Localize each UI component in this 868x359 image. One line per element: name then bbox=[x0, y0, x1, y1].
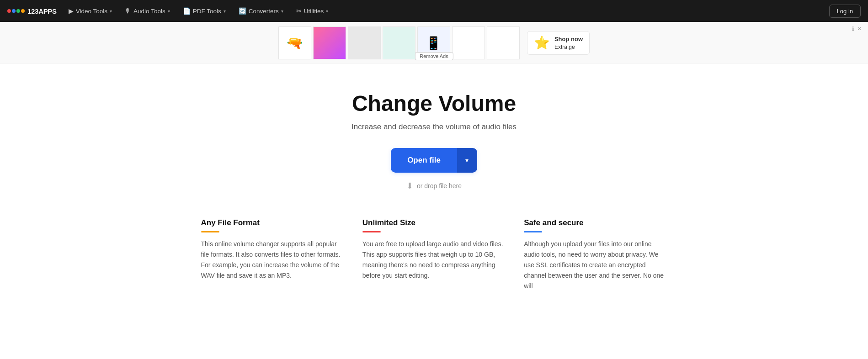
nav-item-utilities[interactable]: ✂ Utilities ▾ bbox=[292, 0, 333, 22]
nav-item-pdf-tools[interactable]: 📄 PDF Tools ▾ bbox=[178, 0, 230, 22]
drop-label: or drop file here bbox=[417, 182, 462, 190]
feature-underline-0 bbox=[201, 231, 219, 232]
video-tools-icon: ▶ bbox=[69, 7, 74, 15]
feature-title-1: Unlimited Size bbox=[362, 218, 506, 227]
open-file-button[interactable]: Open file bbox=[391, 148, 457, 173]
nav-label-audio-tools: Audio Tools bbox=[133, 8, 165, 15]
nav-item-video-tools[interactable]: ▶ Video Tools ▾ bbox=[64, 0, 117, 22]
audio-tools-icon: 🎙 bbox=[125, 7, 131, 15]
feature-underline-2 bbox=[524, 231, 542, 232]
page-title: Change Volume bbox=[352, 91, 516, 116]
open-file-dropdown-button[interactable]: ▾ bbox=[457, 148, 477, 173]
nav-label-converters: Converters bbox=[249, 8, 279, 15]
ad-promo-logo: ⭐ bbox=[534, 35, 550, 50]
nav-item-converters[interactable]: 🔄 Converters ▾ bbox=[234, 0, 288, 22]
ad-cell-white2 bbox=[487, 26, 520, 59]
chevron-down-icon: ▾ bbox=[110, 9, 112, 14]
nav-label-pdf-tools: PDF Tools bbox=[193, 8, 221, 15]
pdf-tools-icon: 📄 bbox=[183, 7, 191, 15]
chevron-down-icon-converters: ▾ bbox=[281, 9, 283, 14]
feature-desc-0: This online volume changer supports all … bbox=[201, 239, 344, 281]
feature-underline-1 bbox=[362, 231, 381, 232]
converters-icon: 🔄 bbox=[239, 7, 246, 15]
navbar-right: Log in bbox=[829, 5, 861, 18]
logo-dot-blue bbox=[12, 9, 16, 13]
ad-cell-gray bbox=[348, 26, 381, 59]
ad-cell-pink bbox=[313, 26, 346, 59]
chevron-down-icon-open: ▾ bbox=[465, 157, 469, 164]
drop-icon: ⬇ bbox=[406, 181, 413, 191]
drop-area[interactable]: ⬇ or drop file here bbox=[406, 181, 462, 191]
open-file-wrapper: Open file ▾ bbox=[391, 148, 477, 173]
remove-ads-button[interactable]: Remove Ads bbox=[415, 52, 453, 60]
chevron-down-icon-utilities: ▾ bbox=[326, 9, 328, 14]
promo-site-label: Extra.ge bbox=[554, 43, 583, 51]
logo[interactable]: 123APPS bbox=[7, 7, 57, 15]
ad-promo[interactable]: ⭐ Shop now Extra.ge bbox=[527, 31, 590, 55]
ad-banner: ℹ ✕ 🔫 📱 ⭐ Shop now Extra.ge Remove Ads bbox=[0, 22, 868, 63]
logo-dot-green bbox=[16, 9, 20, 13]
logo-dot-yellow bbox=[21, 9, 25, 13]
chevron-down-icon-audio: ▾ bbox=[168, 9, 170, 14]
utilities-icon: ✂ bbox=[296, 7, 302, 15]
chevron-down-icon-pdf: ▾ bbox=[224, 9, 226, 14]
nav-label-video-tools: Video Tools bbox=[76, 8, 107, 15]
feature-any-file-format: Any File Format This online volume chang… bbox=[201, 218, 344, 291]
features-section: Any File Format This online volume chang… bbox=[183, 218, 686, 291]
navbar: 123APPS ▶ Video Tools ▾ 🎙 Audio Tools ▾ … bbox=[0, 0, 868, 22]
feature-title-2: Safe and secure bbox=[524, 218, 667, 227]
feature-title-0: Any File Format bbox=[201, 218, 344, 227]
ad-cell-teal bbox=[383, 26, 415, 59]
login-button[interactable]: Log in bbox=[829, 5, 861, 18]
ad-cell-gun: 🔫 bbox=[278, 26, 311, 59]
nav-label-utilities: Utilities bbox=[304, 8, 324, 15]
feature-desc-2: Although you upload your files into our … bbox=[524, 239, 667, 291]
feature-desc-1: You are free to upload large audio and v… bbox=[362, 239, 506, 281]
shop-now-label: Shop now bbox=[554, 35, 583, 43]
ad-promo-text: Shop now Extra.ge bbox=[554, 35, 583, 51]
logo-dots bbox=[7, 9, 25, 13]
nav-item-audio-tools[interactable]: 🎙 Audio Tools ▾ bbox=[120, 0, 175, 22]
feature-safe-secure: Safe and secure Although you upload your… bbox=[524, 218, 667, 291]
logo-dot-red bbox=[7, 9, 11, 13]
feature-unlimited-size: Unlimited Size You are free to upload la… bbox=[362, 218, 506, 291]
logo-text: 123APPS bbox=[27, 7, 57, 15]
page-subtitle: Increase and decrease the volume of audi… bbox=[351, 122, 517, 132]
info-icon[interactable]: ℹ bbox=[852, 26, 854, 32]
close-icon[interactable]: ✕ bbox=[857, 26, 862, 32]
ad-cell-white1 bbox=[452, 26, 485, 59]
main-content: Change Volume Increase and decrease the … bbox=[0, 63, 868, 310]
ad-corner-icons: ℹ ✕ bbox=[852, 26, 862, 32]
